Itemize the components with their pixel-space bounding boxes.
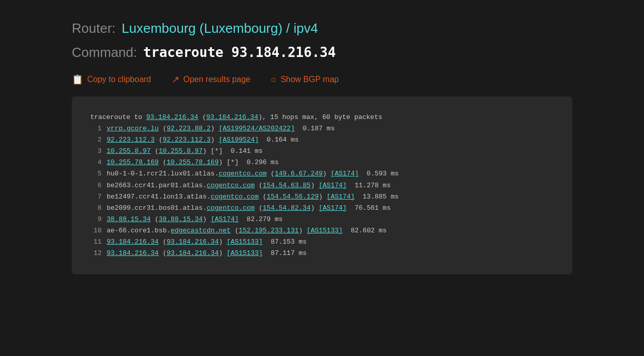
router-value: Luxembourg (Luxembourg) / ipv4 xyxy=(122,21,318,36)
hop-number: 2 xyxy=(90,134,107,146)
table-row: 938.88.15.34 (38.88.15.34) [AS174] 82.27… xyxy=(90,214,554,225)
table-row: 1vrrp.gcore.lu (92.223.88.2) [AS199524/A… xyxy=(90,123,554,134)
hop-host: ae-66.core1.bsb.edgecastcdn.net (152.195… xyxy=(107,225,387,236)
table-row: 410.255.78.169 (10.255.78.169) [*] 0.296… xyxy=(90,157,554,168)
hop-host: vrrp.gcore.lu (92.223.88.2) [AS199524/AS… xyxy=(107,123,335,134)
hop-number: 5 xyxy=(90,168,107,180)
hop-host: 38.88.15.34 (38.88.15.34) [AS174] 82.279… xyxy=(107,214,283,225)
external-link-icon: ↗ xyxy=(172,75,179,84)
hop-host: 93.184.216.34 (93.184.216.34) [AS15133] … xyxy=(107,236,307,248)
terminal-header: traceroute to 93.184.216.34 (93.184.216.… xyxy=(90,112,554,123)
hop-host: 10.255.78.169 (10.255.78.169) [*] 0.296 … xyxy=(107,157,278,168)
hop-number: 6 xyxy=(90,180,107,191)
hop-host: hu0-1-0-1.rcr21.lux01.atlas.cogentco.com… xyxy=(107,168,399,180)
actions-bar: 📋 Copy to clipboard ↗ Open results page … xyxy=(72,75,572,84)
hop-number: 8 xyxy=(90,203,107,214)
hop-host: be12497.ccr41.lon13.atlas.cogentco.com (… xyxy=(107,191,399,203)
hop-host: be2099.ccr31.bos01.atlas.cogentco.com (1… xyxy=(107,203,391,214)
open-results-label: Open results page xyxy=(184,75,251,84)
copy-label: Copy to clipboard xyxy=(87,75,151,84)
table-row: 292.223.112.3 (92.223.112.3) [AS199524] … xyxy=(90,134,554,146)
copy-clipboard-button[interactable]: 📋 Copy to clipboard xyxy=(72,75,151,84)
table-row: 1293.184.216.34 (93.184.216.34) [AS15133… xyxy=(90,248,554,259)
command-label: Command: xyxy=(72,45,137,61)
hop-number: 12 xyxy=(90,248,107,259)
hop-number: 7 xyxy=(90,191,107,203)
table-row: 7be12497.ccr41.lon13.atlas.cogentco.com … xyxy=(90,191,554,203)
hop-number: 9 xyxy=(90,214,107,225)
table-row: 310.255.8.97 (10.255.8.97) [*] 0.141 ms xyxy=(90,146,554,157)
table-row: 6be2663.ccr41.par01.atlas.cogentco.com (… xyxy=(90,180,554,191)
hop-host: 93.184.216.34 (93.184.216.34) [AS15133] … xyxy=(107,248,307,259)
table-row: 5hu0-1-0-1.rcr21.lux01.atlas.cogentco.co… xyxy=(90,168,554,180)
hop-host: 92.223.112.3 (92.223.112.3) [AS199524] 0… xyxy=(107,134,299,146)
hop-host: be2663.ccr41.par01.atlas.cogentco.com (1… xyxy=(107,180,391,191)
open-results-button[interactable]: ↗ Open results page xyxy=(172,75,251,84)
router-line: Router: Luxembourg (Luxembourg) / ipv4 xyxy=(72,21,572,36)
table-row: 8be2099.ccr31.bos01.atlas.cogentco.com (… xyxy=(90,203,554,214)
terminal-output: traceroute to 93.184.216.34 (93.184.216.… xyxy=(72,96,572,274)
hop-number: 4 xyxy=(90,157,107,168)
show-bgp-button[interactable]: ○ Show BGP map xyxy=(271,75,338,84)
command-line: Command: traceroute 93.184.216.34 xyxy=(72,45,572,61)
hop-host: 10.255.8.97 (10.255.8.97) [*] 0.141 ms xyxy=(107,146,263,157)
hop-number: 10 xyxy=(90,225,107,236)
hops-container: 1vrrp.gcore.lu (92.223.88.2) [AS199524/A… xyxy=(90,123,554,259)
command-value: traceroute 93.184.216.34 xyxy=(143,45,336,60)
hop-number: 1 xyxy=(90,123,107,134)
clipboard-icon: 📋 xyxy=(72,75,83,84)
bgp-label: Show BGP map xyxy=(280,75,339,84)
table-row: 1193.184.216.34 (93.184.216.34) [AS15133… xyxy=(90,236,554,248)
hop-number: 3 xyxy=(90,146,107,157)
table-row: 10ae-66.core1.bsb.edgecastcdn.net (152.1… xyxy=(90,225,554,236)
hop-number: 11 xyxy=(90,236,107,248)
router-label: Router: xyxy=(72,21,115,36)
bgp-icon: ○ xyxy=(271,75,276,84)
